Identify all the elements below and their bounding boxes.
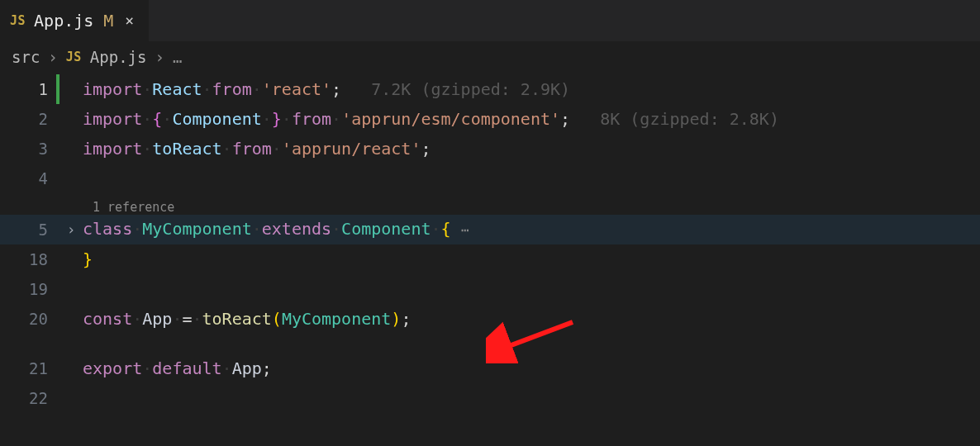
codelens-row: 1 reference <box>0 193 980 215</box>
code-content[interactable]: import·React·from·'react'; 7.2K (gzipped… <box>83 74 980 104</box>
code-content[interactable]: import·{·Component·}·from·'apprun/esm/co… <box>83 104 980 134</box>
line-number[interactable]: 20 <box>0 310 56 328</box>
modified-indicator: M <box>103 11 113 31</box>
line-number[interactable]: 22 <box>0 389 56 407</box>
js-file-icon: JS <box>66 50 82 64</box>
code-content[interactable]: const·App·=·toReact(MyComponent); <box>83 304 980 334</box>
code-line[interactable]: 18 } <box>0 244 980 274</box>
import-cost-annotation: 8K (gzipped: 2.8K) <box>600 109 779 129</box>
code-editor[interactable]: 1 import·React·from·'react'; 7.2K (gzipp… <box>0 73 980 413</box>
code-line[interactable]: 5 › class·MyComponent·extends·Component·… <box>0 215 980 244</box>
code-line[interactable]: 1 import·React·from·'react'; 7.2K (gzipp… <box>0 74 980 104</box>
close-icon[interactable]: × <box>121 12 137 30</box>
gutter-modified-indicator <box>56 104 59 134</box>
line-number[interactable]: 3 <box>0 140 56 158</box>
line-number[interactable]: 18 <box>0 250 56 268</box>
code-content[interactable]: import·toReact·from·'apprun/react'; <box>83 134 980 164</box>
line-number[interactable]: 2 <box>0 110 56 128</box>
code-line[interactable]: 21 export·default·App; <box>0 353 980 383</box>
code-line[interactable]: 20 const·App·=·toReact(MyComponent); <box>0 304 980 334</box>
import-cost-annotation: 7.2K (gzipped: 2.9K) <box>371 79 570 99</box>
line-number[interactable]: 4 <box>0 169 56 187</box>
tab-appjs[interactable]: JS App.js M × <box>0 0 150 41</box>
code-content[interactable]: class·MyComponent·extends·Component·{ ⋯ <box>83 214 980 245</box>
chevron-right-icon: › <box>155 48 164 66</box>
code-line[interactable]: 4 <box>0 164 980 193</box>
codelens-references[interactable]: 1 reference <box>83 200 174 215</box>
code-line[interactable]: 19 <box>0 274 980 304</box>
fold-toggle-icon[interactable]: › <box>59 221 83 238</box>
tab-bar: JS App.js M × <box>0 0 980 41</box>
code-line[interactable]: 2 import·{·Component·}·from·'apprun/esm/… <box>0 104 980 134</box>
line-number[interactable]: 19 <box>0 280 56 298</box>
breadcrumb-symbol[interactable]: … <box>173 48 182 66</box>
js-file-icon: JS <box>10 13 26 28</box>
breadcrumb-file[interactable]: App.js <box>90 48 147 66</box>
gutter-modified-indicator <box>56 134 59 164</box>
gutter-modified-indicator <box>56 74 59 104</box>
breadcrumb[interactable]: src › JS App.js › … <box>0 41 980 73</box>
code-line[interactable]: 22 <box>0 383 980 413</box>
chevron-right-icon: › <box>48 48 57 66</box>
line-number[interactable]: 21 <box>0 359 56 377</box>
line-number[interactable]: 5 <box>0 221 56 239</box>
code-content[interactable]: } <box>83 244 980 274</box>
tab-title: App.js <box>34 11 93 31</box>
code-content[interactable]: export·default·App; <box>83 353 980 383</box>
code-line[interactable]: 3 import·toReact·from·'apprun/react'; <box>0 134 980 164</box>
line-number[interactable]: 1 <box>0 80 56 98</box>
code-line[interactable] <box>0 334 980 353</box>
breadcrumb-folder[interactable]: src <box>12 48 40 66</box>
folded-code-ellipsis-icon[interactable]: ⋯ <box>461 222 469 238</box>
